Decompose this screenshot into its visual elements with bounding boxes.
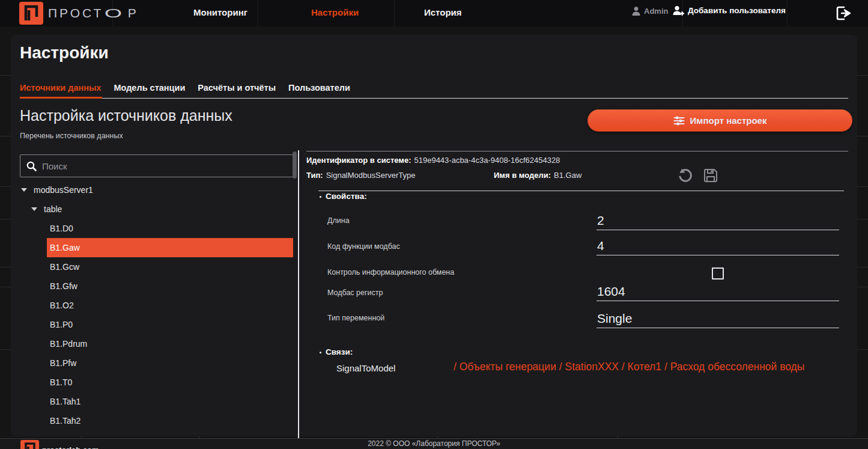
details-top-border — [306, 151, 848, 151]
tree-node-leaf[interactable]: B1.Pfw — [11, 353, 298, 373]
field-label-comm-control: Контроль информационного обмена — [327, 268, 454, 276]
page-title: Настройки — [20, 43, 109, 63]
save-icon[interactable] — [703, 168, 718, 183]
system-id-label: Идентификатор в системе: — [306, 156, 411, 165]
nav-settings[interactable]: Настройки — [311, 7, 359, 17]
field-label-length: Длина — [327, 216, 350, 225]
tree-node-leaf[interactable]: B1.Gcw — [11, 257, 298, 276]
links-section-title: Связи: — [326, 347, 353, 356]
tree-node-leaf[interactable]: B1.Pdrum — [11, 334, 298, 353]
tree-node-leaf[interactable]: B1.Tah2 — [11, 411, 298, 430]
field-input-length[interactable] — [596, 213, 839, 230]
caret-down-icon[interactable] — [31, 207, 37, 211]
top-navigation-bar: ПРОСТОР Мониторинг Настройки История Adm… — [0, 0, 868, 26]
bullet — [320, 196, 321, 198]
brand-wide-o: О — [105, 6, 127, 20]
footer-site-link[interactable]: prostorlab.com — [42, 445, 99, 449]
tree-scrollbar-thumb[interactable] — [293, 151, 297, 179]
tree-node-leaf[interactable]: B1.P0 — [11, 315, 298, 334]
details-header-border — [318, 191, 844, 191]
current-user: Admin — [632, 7, 668, 16]
field-input-modbus-register[interactable] — [596, 284, 839, 301]
model-name-row: Имя в модели:B1.Gaw — [494, 171, 581, 180]
model-name-label: Имя в модели: — [494, 171, 551, 180]
tree-node-leaf-selected[interactable]: B1.Gaw — [47, 238, 293, 257]
nav-history[interactable]: История — [424, 7, 462, 17]
data-source-tree: modbusServer1 table B1.D0 B1.Gaw B1.Gcw … — [11, 180, 298, 430]
prostor-logo-icon[interactable] — [19, 2, 43, 25]
brand-wordmark: ПРОСТОР — [48, 6, 139, 20]
copyright-text: 2022 © ООО «Лаборатория ПРОСТОР» — [368, 439, 500, 448]
tab-users[interactable]: Пользователи — [288, 83, 350, 93]
search-input[interactable] — [42, 161, 287, 171]
type-label: Тип: — [306, 171, 323, 180]
sliders-icon — [673, 115, 685, 126]
undo-icon[interactable] — [676, 167, 693, 184]
tab-station-model[interactable]: Модель станции — [114, 83, 185, 93]
add-user-button[interactable]: Добавить пользователя — [673, 5, 786, 16]
field-label-modbus-function-code: Код функции модбас — [327, 242, 400, 251]
user-icon — [632, 7, 640, 16]
link-type: SignalToModel — [336, 363, 395, 373]
search-icon — [26, 161, 37, 171]
bullet — [320, 352, 321, 353]
caret-down-icon[interactable] — [21, 188, 27, 192]
section-title: Настройка источников данных — [20, 107, 232, 124]
user-name: Admin — [644, 7, 668, 16]
tree-node-leaf[interactable]: B1.Gfw — [11, 276, 298, 296]
tree-node-leaf[interactable]: B1.O2 — [11, 296, 298, 315]
settings-panel: Настройки Источники данных Модель станци… — [11, 35, 857, 436]
section-subtitle: Перечень источников данных — [20, 132, 123, 140]
comm-control-checkbox[interactable] — [712, 267, 724, 279]
tab-calculations-reports[interactable]: Расчёты и отчёты — [198, 83, 276, 93]
field-input-variable-type[interactable] — [596, 311, 839, 328]
tree-node-table[interactable]: table — [11, 200, 298, 219]
topbar-separator — [258, 0, 258, 26]
settings-tabs: Источники данных Модель станции Расчёты … — [20, 83, 350, 93]
field-input-modbus-function-code[interactable] — [596, 238, 839, 255]
footer: 2022 © ООО «Лаборатория ПРОСТОР» prostor… — [0, 438, 868, 449]
type-row: Тип:SignalModbusServerType — [306, 171, 415, 180]
logout-icon[interactable] — [834, 5, 853, 22]
import-settings-button[interactable]: Импорт настроек — [587, 109, 852, 132]
tab-data-sources[interactable]: Источники данных — [20, 83, 101, 93]
system-id-row: Идентификатор в системе:519e9443-acba-4c… — [306, 156, 560, 165]
properties-section-title: Свойства: — [326, 192, 367, 201]
tree-search-box — [20, 154, 293, 177]
model-name-value: B1.Gaw — [554, 171, 581, 180]
field-label-variable-type: Тип переменной — [327, 314, 384, 322]
type-value: SignalModbusServerType — [326, 171, 416, 180]
tree-node-leaf[interactable]: B1.D0 — [11, 219, 298, 238]
active-tab-indicator — [20, 97, 102, 99]
footer-logo-icon[interactable] — [20, 440, 39, 449]
add-user-label: Добавить пользователя — [688, 6, 786, 15]
add-user-icon — [673, 5, 684, 16]
field-label-modbus-register: Модбас регистр — [327, 289, 383, 297]
tree-node-modbusserver1[interactable]: modbusServer1 — [11, 180, 298, 200]
tree-node-leaf[interactable]: B1.Tah1 — [11, 392, 298, 411]
panel-divider — [298, 150, 299, 449]
system-id-value: 519e9443-acba-4c3a-9408-16cf62454328 — [414, 156, 560, 165]
model-link-path[interactable]: / Объекты генерации / StationXXX / Котел… — [454, 361, 804, 373]
topbar-separator — [394, 0, 395, 26]
topbar-separator — [787, 0, 788, 26]
nav-monitoring[interactable]: Мониторинг — [193, 7, 247, 17]
tree-node-leaf[interactable]: B1.T0 — [11, 373, 298, 392]
import-settings-label: Импорт настроек — [690, 115, 767, 126]
tabs-underline — [20, 98, 848, 99]
